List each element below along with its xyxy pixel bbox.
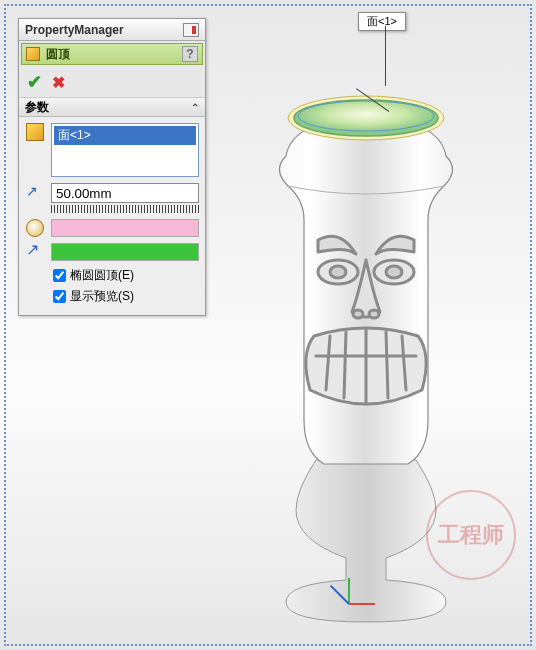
direction-swatch[interactable] bbox=[51, 243, 199, 261]
confirm-bar: ✔ ✖ bbox=[19, 67, 205, 97]
ok-button[interactable]: ✔ bbox=[27, 71, 42, 93]
selection-callout[interactable]: 面<1> bbox=[358, 12, 406, 31]
show-preview-label: 显示预览(S) bbox=[70, 288, 134, 305]
svg-point-8 bbox=[369, 310, 379, 318]
feature-title-bar: 圆顶 ? bbox=[21, 43, 203, 65]
face-select-icon bbox=[26, 123, 44, 141]
axis-x-icon bbox=[349, 603, 375, 605]
view-triad bbox=[334, 574, 364, 604]
parameters-header[interactable]: 参数 ⌃ bbox=[19, 97, 205, 117]
elliptical-dome-label: 椭圆圆顶(E) bbox=[70, 267, 134, 284]
axis-y-icon bbox=[348, 578, 350, 604]
help-button[interactable]: ? bbox=[182, 46, 198, 62]
face-selection-item[interactable]: 面<1> bbox=[54, 126, 196, 145]
face-selection-list[interactable]: 面<1> bbox=[51, 123, 199, 177]
svg-point-7 bbox=[353, 310, 363, 318]
panel-title: PropertyManager bbox=[25, 23, 124, 37]
color-from-icon bbox=[26, 219, 44, 237]
svg-point-6 bbox=[386, 266, 402, 278]
distance-icon bbox=[26, 183, 44, 201]
elliptical-dome-checkbox[interactable] bbox=[53, 269, 66, 282]
show-preview-option[interactable]: 显示预览(S) bbox=[53, 288, 199, 305]
model-view[interactable] bbox=[226, 60, 506, 630]
svg-point-5 bbox=[330, 266, 346, 278]
pin-icon[interactable] bbox=[183, 23, 199, 37]
cancel-button[interactable]: ✖ bbox=[52, 73, 65, 92]
distance-ruler bbox=[51, 205, 199, 213]
distance-input[interactable] bbox=[51, 183, 199, 203]
dome-feature-icon bbox=[26, 47, 40, 61]
direction-icon: ↗ bbox=[26, 243, 44, 261]
collapse-icon[interactable]: ⌃ bbox=[191, 102, 199, 113]
elliptical-dome-option[interactable]: 椭圆圆顶(E) bbox=[53, 267, 199, 284]
color-from-swatch[interactable] bbox=[51, 219, 199, 237]
panel-title-bar: PropertyManager bbox=[19, 19, 205, 41]
callout-leader bbox=[385, 26, 386, 86]
parameters-label: 参数 bbox=[25, 99, 49, 116]
feature-title: 圆顶 bbox=[46, 46, 70, 63]
show-preview-checkbox[interactable] bbox=[53, 290, 66, 303]
callout-label: 面<1> bbox=[367, 15, 397, 27]
property-manager-panel: PropertyManager 圆顶 ? ✔ ✖ 参数 ⌃ 面<1> bbox=[18, 18, 206, 316]
parameters-body: 面<1> ↗ 椭圆圆顶(E) 显示预览(S) bbox=[19, 117, 205, 315]
